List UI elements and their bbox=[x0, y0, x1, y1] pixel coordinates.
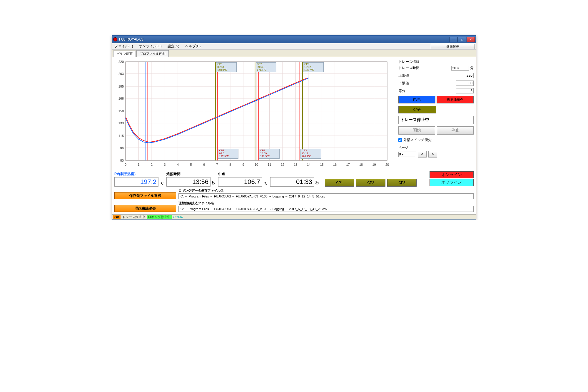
clear-ideal-button[interactable]: 理想曲線消去 bbox=[114, 205, 176, 212]
cp-color-button[interactable]: CP色 bbox=[398, 106, 436, 113]
cp-flag: CP107:01147.9℃ bbox=[218, 149, 238, 159]
readouts: PV(製品温度) 197.2℃ 焙煎時間 13:56秒 中点 106.7℃ 01… bbox=[114, 171, 474, 187]
svg-text:11: 11 bbox=[268, 163, 271, 166]
titlebar: FUJIROYAL-03 — □ ✕ bbox=[112, 36, 476, 43]
status-com: COM4 bbox=[173, 215, 183, 219]
status-ok: OK bbox=[113, 215, 121, 219]
roast-label: 焙煎時間 bbox=[166, 172, 215, 177]
ideal-color-button[interactable]: 理想曲線色 bbox=[437, 96, 474, 103]
cp3-button[interactable]: CP3 bbox=[387, 179, 417, 187]
tabs: グラフ画面 プロファイル画面 bbox=[112, 50, 476, 57]
trace-time-unit: 分 bbox=[470, 66, 474, 71]
svg-text:150: 150 bbox=[118, 109, 124, 113]
pv-value: 197.2 bbox=[114, 177, 158, 187]
chart-area: 8098115133150168185203220012345678910111… bbox=[114, 59, 396, 168]
div-label: 等分 bbox=[398, 88, 456, 93]
svg-text:6: 6 bbox=[203, 163, 205, 166]
maximize-button[interactable]: □ bbox=[458, 37, 466, 42]
mid-time-unit: 秒 bbox=[315, 180, 319, 187]
roast-value: 13:56 bbox=[166, 177, 211, 187]
file-rows: 保存先ファイル選択 ロギングデータ保存ファイル名 C: → Program Fi… bbox=[114, 188, 474, 212]
bottom-panel: PV(製品温度) 197.2℃ 焙煎時間 13:56秒 中点 106.7℃ 01… bbox=[112, 170, 476, 214]
svg-text:0: 0 bbox=[125, 163, 126, 166]
close-button[interactable]: ✕ bbox=[467, 37, 475, 42]
window-title: FUJIROYAL-03 bbox=[119, 37, 450, 41]
svg-text:16: 16 bbox=[333, 163, 337, 166]
menu-online[interactable]: オンライン(O) bbox=[138, 43, 163, 49]
app-window: FUJIROYAL-03 — □ ✕ ファイル(F) オンライン(O) 設定(S… bbox=[112, 35, 476, 220]
content: 8098115133150168185203220012345678910111… bbox=[112, 57, 476, 170]
page-select[interactable]: 0 ▾ bbox=[398, 152, 416, 157]
cp-flag: CP313:19194.9℃ bbox=[300, 149, 321, 159]
save-file-button[interactable]: 保存先ファイル選択 bbox=[114, 192, 176, 199]
cp-flag: CP209:54171.4℃ bbox=[256, 62, 276, 72]
svg-text:17: 17 bbox=[346, 163, 350, 166]
svg-text:80: 80 bbox=[120, 159, 124, 162]
svg-text:115: 115 bbox=[118, 134, 124, 138]
svg-text:98: 98 bbox=[120, 146, 124, 150]
online-button[interactable]: オンライン bbox=[430, 171, 474, 178]
svg-text:15: 15 bbox=[320, 163, 323, 166]
svg-text:10: 10 bbox=[255, 163, 258, 166]
side-panel: トレース情報 トレース時間 20 ▾ 分 上限値220 下限値80 等分8 PV… bbox=[398, 59, 474, 168]
roast-unit: 秒 bbox=[212, 180, 215, 187]
statusbar: OK トレース停止中 ロギング停止中 COM4 bbox=[112, 214, 476, 220]
cp2-button[interactable]: CP2 bbox=[356, 179, 385, 187]
pv-unit: ℃ bbox=[160, 181, 163, 187]
menu-help[interactable]: ヘルプ(H) bbox=[184, 43, 202, 49]
trace-time-select[interactable]: 20 ▾ bbox=[451, 66, 469, 71]
stop-button[interactable]: 停止 bbox=[437, 126, 474, 135]
lower-value[interactable]: 80 bbox=[456, 81, 474, 86]
status-trace: トレース停止中 bbox=[122, 215, 145, 219]
svg-text:18: 18 bbox=[359, 163, 363, 166]
offline-button[interactable]: オフライン bbox=[430, 179, 474, 186]
svg-text:1: 1 bbox=[138, 163, 139, 166]
tab-graph[interactable]: グラフ画面 bbox=[113, 51, 136, 57]
lower-label: 下限値 bbox=[398, 81, 456, 86]
svg-text:3: 3 bbox=[164, 163, 166, 166]
div-value[interactable]: 8 bbox=[456, 88, 474, 93]
svg-text:9: 9 bbox=[242, 163, 244, 166]
window-controls: — □ ✕ bbox=[450, 37, 475, 42]
ext-switch-input[interactable] bbox=[398, 138, 402, 142]
svg-text:2: 2 bbox=[151, 163, 153, 166]
svg-text:8: 8 bbox=[229, 163, 231, 166]
svg-text:12: 12 bbox=[281, 163, 284, 166]
cp-flag: CP210:09172.3℃ bbox=[259, 149, 280, 159]
app-icon bbox=[113, 37, 117, 41]
mid-time-value: 01:33 bbox=[270, 177, 314, 187]
minimize-button[interactable]: — bbox=[450, 37, 458, 42]
page-next-button[interactable]: > bbox=[428, 151, 437, 158]
status-logging: ロギング停止中 bbox=[147, 215, 172, 219]
page-prev-button[interactable]: < bbox=[418, 151, 427, 158]
ext-switch-checkbox[interactable]: 外部スイッチ優先 bbox=[398, 138, 474, 143]
trace-time-label: トレース時間 bbox=[398, 66, 451, 71]
svg-text:220: 220 bbox=[118, 60, 124, 63]
menu-settings[interactable]: 設定(S) bbox=[166, 43, 181, 49]
log-file-label: ロギングデータ保存ファイル名 bbox=[178, 188, 474, 193]
trace-info-title: トレース情報 bbox=[398, 59, 474, 64]
cp-flag: CP313:32196.7℃ bbox=[303, 62, 324, 72]
svg-text:14: 14 bbox=[307, 163, 310, 166]
svg-text:4: 4 bbox=[177, 163, 179, 166]
upper-value[interactable]: 220 bbox=[456, 73, 474, 78]
pv-color-button[interactable]: PV色 bbox=[398, 96, 435, 103]
start-button[interactable]: 開始 bbox=[398, 126, 435, 135]
svg-text:20: 20 bbox=[385, 163, 389, 166]
cp-flag: CP106:53148.0℃ bbox=[216, 62, 237, 72]
log-file-path: C: → Program Files → FUJIKOUKI → FUJIROY… bbox=[178, 193, 474, 199]
mid-label: 中点 bbox=[218, 172, 267, 177]
svg-text:168: 168 bbox=[118, 97, 124, 100]
ideal-file-path: C: → Program Files → FUJIKOUKI → FUJIROY… bbox=[178, 206, 474, 212]
svg-text:133: 133 bbox=[118, 121, 124, 125]
menubar: ファイル(F) オンライン(O) 設定(S) ヘルプ(H) 画面保存 bbox=[112, 43, 476, 50]
menu-file[interactable]: ファイル(F) bbox=[113, 43, 134, 49]
page-label: ページ bbox=[398, 145, 474, 150]
save-screen-button[interactable]: 画面保存 bbox=[431, 44, 475, 49]
svg-text:7: 7 bbox=[216, 163, 218, 166]
tab-profile[interactable]: プロファイル画面 bbox=[136, 50, 169, 57]
svg-text:203: 203 bbox=[118, 72, 124, 76]
mid-value: 106.7 bbox=[218, 177, 262, 187]
cp1-button[interactable]: CP1 bbox=[325, 179, 354, 187]
svg-text:185: 185 bbox=[118, 85, 124, 88]
